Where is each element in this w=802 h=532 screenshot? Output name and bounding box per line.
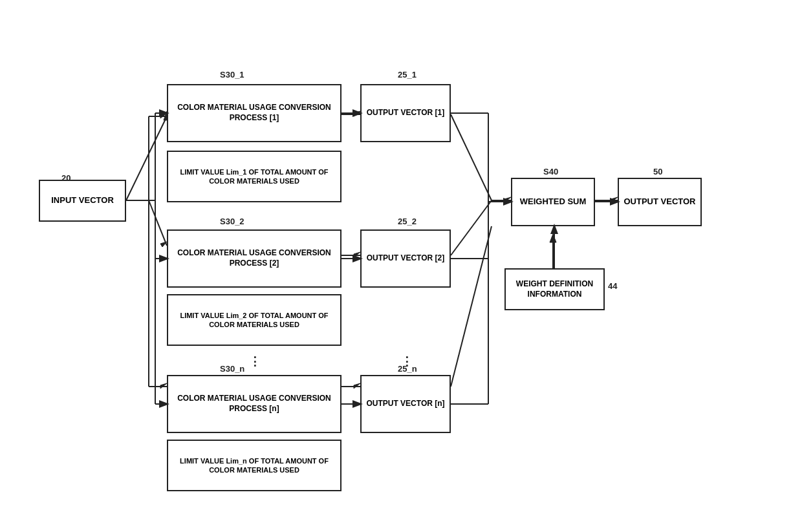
svg-marker-5 bbox=[160, 113, 167, 118]
svg-line-6 bbox=[149, 200, 167, 246]
svg-marker-10 bbox=[160, 383, 167, 388]
label-s30-1: S30_1 bbox=[220, 70, 244, 80]
limit2-box: LIMIT VALUE Lim_2 OF TOTAL AMOUNT OF COL… bbox=[167, 294, 341, 346]
process1-box: COLOR MATERIAL USAGE CONVERSION PROCESS … bbox=[167, 84, 341, 142]
svg-marker-16 bbox=[354, 383, 360, 388]
svg-line-18 bbox=[451, 200, 492, 255]
dots-middle: ⋮ bbox=[249, 354, 261, 368]
process2-box: COLOR MATERIAL USAGE CONVERSION PROCESS … bbox=[167, 229, 341, 288]
label-50: 50 bbox=[653, 167, 662, 176]
label-s40: S40 bbox=[543, 167, 558, 176]
weight-def-box: WEIGHT DEFINITION INFORMATION bbox=[504, 268, 605, 310]
label-25-n: 25_n bbox=[398, 364, 417, 374]
output1-box: OUTPUT VECTOR [1] bbox=[360, 84, 451, 142]
limit1-box: LIMIT VALUE Lim_1 OF TOTAL AMOUNT OF COL… bbox=[167, 151, 341, 202]
processn-box: COLOR MATERIAL USAGE CONVERSION PROCESS … bbox=[167, 375, 341, 433]
svg-marker-21 bbox=[504, 197, 511, 202]
label-44: 44 bbox=[608, 281, 617, 291]
label-25-1: 25_1 bbox=[398, 70, 417, 80]
svg-line-17 bbox=[451, 114, 492, 200]
limitn-box: LIMIT VALUE Lim_n OF TOTAL AMOUNT OF COL… bbox=[167, 440, 341, 491]
svg-line-19 bbox=[451, 226, 492, 387]
weighted-sum-box: WEIGHTED SUM bbox=[511, 178, 595, 226]
svg-marker-25 bbox=[550, 234, 556, 242]
svg-marker-23 bbox=[611, 197, 618, 202]
svg-marker-14 bbox=[354, 252, 360, 257]
svg-marker-12 bbox=[354, 111, 360, 116]
outputn-box: OUTPUT VECTOR [n] bbox=[360, 375, 451, 433]
label-s30-2: S30_2 bbox=[220, 217, 244, 226]
label-s30-n: S30_n bbox=[220, 364, 244, 374]
input-vector-box: INPUT VECTOR bbox=[39, 180, 126, 222]
output-vector-box: OUTPUT VECTOR bbox=[618, 178, 702, 226]
svg-line-0 bbox=[126, 116, 167, 200]
label-25-2: 25_2 bbox=[398, 217, 417, 226]
svg-marker-7 bbox=[160, 242, 167, 247]
output2-box: OUTPUT VECTOR [2] bbox=[360, 229, 451, 288]
